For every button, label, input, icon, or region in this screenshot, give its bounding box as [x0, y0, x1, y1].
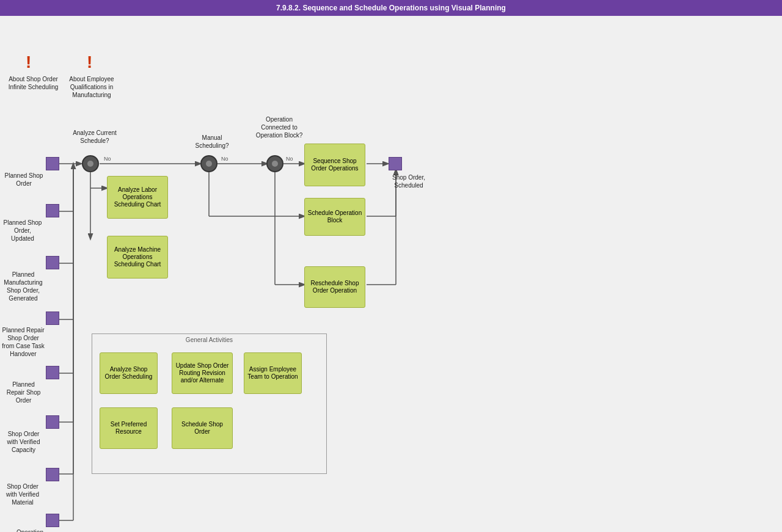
shop-order-scheduled-label: Shop Order, Scheduled: [385, 173, 433, 189]
gateway-operation-connected-label: Operation Connected to Operation Block?: [252, 115, 306, 139]
title-bar: 7.9.8.2. Sequence and Schedule Operation…: [0, 0, 782, 16]
svg-text:No: No: [104, 156, 111, 162]
reschedule-shop-order-label: Reschedule Shop Order Operation: [307, 280, 362, 294]
planned-shop-order-updated-label: Planned Shop Order, Updated: [2, 219, 43, 242]
about-shop-order-label: About Shop Order Infinite Scheduling: [7, 75, 59, 91]
shop-order-verified-material-node: [46, 468, 59, 481]
operation-block-node: [46, 514, 59, 527]
gateway-analyze-current-schedule: [82, 155, 99, 172]
shop-order-verified-capacity-node: [46, 415, 59, 429]
assign-employee-team-label: Assign Employee Team to Operation: [247, 366, 299, 381]
planned-repair-case-node: [46, 312, 59, 325]
analyze-machine-ops-label: Analyze Machine Operations Scheduling Ch…: [110, 246, 165, 268]
sequence-shop-order-box[interactable]: Sequence Shop Order Operations: [304, 144, 365, 186]
sequence-shop-order-label: Sequence Shop Order Operations: [307, 158, 362, 172]
planned-shop-order-updated-node: [46, 204, 59, 217]
operation-block-label: Operation Block: [9, 528, 51, 532]
schedule-operation-block-box[interactable]: Schedule Operation Block: [304, 198, 365, 236]
planned-repair-shop-order-label: Planned Repair Shop Order: [4, 381, 43, 404]
about-qualifications-label: About Employee Qualifications in Manufac…: [64, 75, 119, 99]
analyze-shop-order-scheduling-box[interactable]: Analyze Shop Order Scheduling: [100, 352, 158, 394]
exclamation-icon-2: !: [87, 53, 92, 72]
planned-shop-order-node: [46, 157, 59, 170]
analyze-shop-order-scheduling-label: Analyze Shop Order Scheduling: [103, 366, 155, 381]
svg-text:No: No: [221, 156, 228, 162]
analyze-machine-ops-box[interactable]: Analyze Machine Operations Scheduling Ch…: [107, 236, 168, 279]
assign-employee-team-box[interactable]: Assign Employee Team to Operation: [244, 352, 302, 394]
update-shop-order-routing-box[interactable]: Update Shop Order Routing Revision and/o…: [172, 352, 233, 394]
gateway-manual-label: Manual Scheduling?: [191, 134, 233, 150]
gateway-analyze-label: Analyze Current Schedule?: [70, 129, 119, 145]
reschedule-shop-order-box[interactable]: Reschedule Shop Order Operation: [304, 266, 365, 308]
general-activities-title: General Activities: [92, 337, 326, 343]
page-title: 7.9.8.2. Sequence and Schedule Operation…: [276, 4, 506, 12]
planned-repair-case-label: Planned Repair Shop Order from Case Task…: [1, 326, 45, 358]
planned-mfg-shop-order-label: Planned Manufacturing Shop Order, Genera…: [2, 271, 45, 302]
gateway-operation-connected: [266, 155, 283, 172]
shop-order-scheduled-node: [389, 157, 402, 170]
analyze-labor-ops-box[interactable]: Analyze Labor Operations Scheduling Char…: [107, 176, 168, 219]
general-activities-container: General Activities Analyze Shop Order Sc…: [92, 333, 327, 474]
set-preferred-resource-label: Set Preferred Resource: [103, 421, 155, 435]
schedule-shop-order-label: Schedule Shop Order: [175, 421, 230, 435]
planned-shop-order-label: Planned Shop Order: [3, 172, 45, 188]
planned-repair-shop-order-node: [46, 366, 59, 379]
schedule-shop-order-box[interactable]: Schedule Shop Order: [172, 407, 233, 449]
update-shop-order-routing-label: Update Shop Order Routing Revision and/o…: [175, 362, 230, 384]
gateway-manual-scheduling: [200, 155, 217, 172]
svg-text:No: No: [286, 156, 293, 162]
schedule-operation-block-label: Schedule Operation Block: [307, 210, 362, 224]
analyze-labor-ops-label: Analyze Labor Operations Scheduling Char…: [110, 186, 165, 208]
shop-order-verified-capacity-label: Shop Order with Verified Capacity: [4, 430, 43, 454]
planned-mfg-shop-order-node: [46, 256, 59, 269]
shop-order-verified-material-label: Shop Order with Verified Material: [2, 483, 43, 506]
set-preferred-resource-box[interactable]: Set Preferred Resource: [100, 407, 158, 449]
exclamation-icon-1: !: [26, 53, 31, 72]
